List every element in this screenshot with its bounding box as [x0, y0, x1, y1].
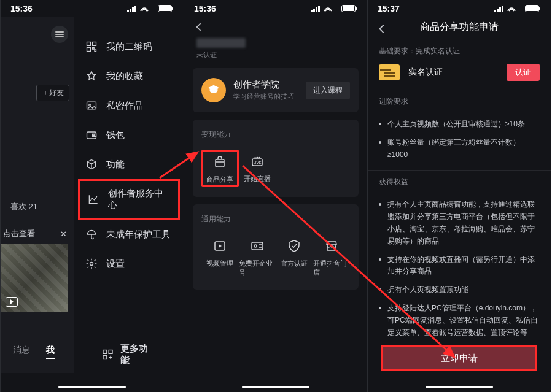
- qr-icon: [85, 40, 98, 53]
- svg-rect-10: [93, 48, 95, 50]
- academy-sub: 学习经营账号的技巧: [233, 92, 294, 101]
- svg-point-17: [90, 263, 93, 266]
- section-basic-req: 基础要求：完成实名认证: [379, 46, 540, 56]
- divider: [368, 170, 551, 171]
- ability-label: 视频管理: [206, 259, 233, 268]
- signal-wifi-icon: [127, 5, 155, 12]
- back-button[interactable]: [193, 21, 205, 33]
- svg-rect-8: [93, 42, 96, 46]
- drawer-label: 设置: [106, 258, 125, 270]
- click-to-view-banner[interactable]: 点击查看 ✕: [1, 228, 74, 239]
- rights-list: 拥有个人主页商品橱窗功能，支持通过精选联盟添加并分享第三方电商平台（包括但不限于…: [379, 194, 540, 345]
- bottom-nav: 消息 我: [1, 345, 74, 359]
- bag-icon: [212, 154, 228, 170]
- svg-rect-5: [159, 6, 171, 11]
- verify-label: 实名认证: [408, 67, 443, 78]
- header: [184, 16, 367, 36]
- screen-1-settings-drawer: 15:36 ＋好友 喜欢 21 点击查看 ✕ 消息 我 我的二维码 我: [0, 0, 184, 392]
- drawer-label: 功能: [106, 159, 125, 171]
- monetize-card: 变现能力 商品分享 LIVE 开始直播: [193, 120, 359, 197]
- ability-product-share[interactable]: 商品分享: [201, 150, 239, 187]
- close-icon[interactable]: ✕: [60, 229, 67, 239]
- svg-rect-27: [356, 7, 357, 10]
- lock-image-icon: [85, 99, 98, 112]
- svg-rect-40: [539, 7, 540, 10]
- ability-start-live[interactable]: LIVE 开始直播: [239, 150, 276, 187]
- ability-label: 免费开企业号: [239, 259, 276, 277]
- drawer-item-creator-center[interactable]: 创作者服务中心: [78, 179, 180, 220]
- status-bar: 15:36: [1, 0, 184, 16]
- enter-course-button[interactable]: 进入课程: [306, 82, 350, 99]
- ability-enterprise[interactable]: 免费开企业号: [239, 234, 276, 280]
- svg-rect-26: [343, 6, 354, 11]
- video-thumbnail[interactable]: [1, 244, 68, 312]
- grid-plus-icon: [102, 348, 114, 361]
- svg-rect-21: [311, 10, 313, 12]
- drawer-item-minor-protection[interactable]: 未成年保护工具: [74, 220, 184, 249]
- svg-rect-2: [132, 7, 134, 12]
- drawer-label: 创作者服务中心: [108, 188, 171, 211]
- likes-count: 喜欢 21: [10, 201, 37, 212]
- svg-rect-39: [526, 6, 538, 11]
- svg-rect-7: [87, 42, 91, 46]
- ability-open-store[interactable]: 开通抖音门店: [313, 234, 351, 280]
- drawer-item-settings[interactable]: 设置: [74, 249, 184, 279]
- cube-icon: [85, 158, 98, 171]
- click-view-label: 点击查看: [3, 228, 35, 239]
- back-button[interactable]: [375, 22, 389, 36]
- play-icon: [6, 297, 18, 307]
- chart-line-icon: [87, 193, 99, 206]
- svg-rect-3: [134, 6, 136, 12]
- svg-rect-9: [87, 48, 91, 52]
- list-item: 拥有个人页视频置顶功能: [379, 281, 540, 299]
- svg-rect-36: [499, 7, 501, 12]
- svg-rect-32: [252, 242, 263, 250]
- drawer-item-wallet[interactable]: 钱包: [74, 120, 184, 150]
- status-indicators: [127, 5, 174, 12]
- video-icon: [212, 238, 228, 254]
- drawer-label: 私密作品: [106, 100, 143, 112]
- battery-icon: [158, 5, 174, 12]
- svg-rect-20: [103, 356, 107, 359]
- ability-official-verify[interactable]: 官方认证: [276, 234, 313, 280]
- add-friend-button[interactable]: ＋好友: [36, 85, 69, 101]
- screen-2-creator-center: 15:36 未认证 创作者学院 学习经营账号的技巧 进入课程 变现能力: [184, 0, 367, 392]
- drawer-item-function[interactable]: 功能: [74, 150, 184, 179]
- drawer-item-favorites[interactable]: 我的收藏: [74, 61, 184, 91]
- star-icon: [85, 70, 98, 82]
- drawer-label: 钱包: [106, 129, 125, 141]
- screen-3-apply-page: 15:37 商品分享功能申请 基础要求：完成实名认证 实名认证 认证 进阶要求 …: [367, 0, 551, 392]
- svg-rect-34: [494, 10, 496, 12]
- drawer-item-private[interactable]: 私密作品: [74, 91, 184, 120]
- apply-now-button[interactable]: 立即申请: [381, 345, 537, 371]
- creator-academy-card: 创作者学院 学习经营账号的技巧 进入课程: [193, 68, 359, 112]
- umbrella-icon: [85, 228, 98, 240]
- battery-icon: [341, 5, 357, 12]
- ability-label: 官方认证: [281, 259, 308, 268]
- svg-rect-1: [130, 9, 131, 12]
- hamburger-button[interactable]: [51, 26, 68, 43]
- ability-video-manage[interactable]: 视频管理: [201, 234, 239, 280]
- verify-button[interactable]: 认证: [507, 64, 540, 81]
- tab-messages[interactable]: 消息: [13, 345, 30, 359]
- underlying-profile-page: ＋好友 喜欢 21 点击查看 ✕ 消息 我: [1, 17, 74, 373]
- tab-me[interactable]: 我: [46, 345, 55, 359]
- drawer-label: 我的二维码: [106, 41, 152, 53]
- shield-check-icon: [286, 238, 302, 254]
- store-icon: [324, 238, 340, 254]
- drawer-item-qr[interactable]: 我的二维码: [74, 32, 184, 61]
- list-item: 支持在你的视频或直播间（需另行开通）中添加并分享商品: [379, 251, 540, 282]
- advanced-req-list: 个人主页视频数（公开且审核通过）≥10条 账号粉丝量（绑定第三方粉丝量不计数）≥…: [379, 114, 540, 167]
- list-item: 个人主页视频数（公开且审核通过）≥10条: [379, 115, 540, 134]
- svg-rect-23: [316, 7, 317, 12]
- ability-label: 开通抖音门店: [313, 259, 351, 277]
- svg-rect-22: [313, 9, 315, 12]
- page-title: 商品分享功能申请: [368, 16, 551, 40]
- svg-rect-18: [103, 350, 107, 354]
- list-item: 支持登陆达人PC管理平台（e.douyin.com），可PC端回复消息、设置私信…: [379, 299, 540, 342]
- drawer-more-functions[interactable]: 更多功能: [102, 343, 157, 366]
- username-redacted: [196, 38, 246, 48]
- section-title: 通用能力: [201, 214, 350, 225]
- home-indicator: [58, 386, 126, 388]
- profile-header: 未认证: [184, 36, 367, 61]
